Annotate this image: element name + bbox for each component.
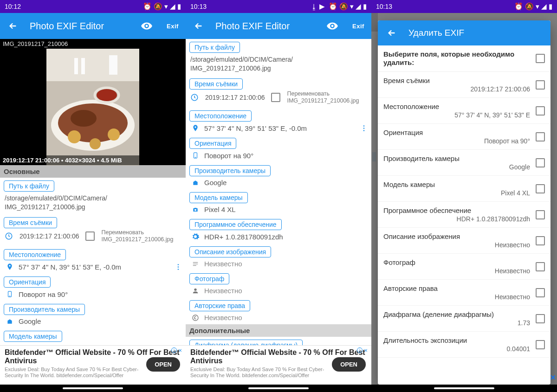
dialog-back-button[interactable] bbox=[382, 24, 401, 42]
exif-delete-row[interactable]: Модель камерыPixel 4 XL bbox=[378, 176, 551, 202]
exif-button[interactable]: Exif bbox=[163, 17, 182, 35]
battery-icon: ▮ bbox=[177, 2, 181, 11]
nav-bar[interactable] bbox=[186, 385, 371, 392]
back-button[interactable] bbox=[189, 17, 208, 35]
exif-delete-row[interactable]: Описание изображенияНеизвестно bbox=[378, 228, 551, 254]
signal-icon: ◢ bbox=[356, 2, 361, 11]
tag-software[interactable]: Программное обеспечение bbox=[189, 219, 282, 230]
exif-list[interactable]: Основные Путь к файлу /storage/emulated/… bbox=[0, 165, 186, 345]
tag-make[interactable]: Производитель камеры bbox=[4, 304, 85, 315]
ad-open-button[interactable]: OPEN bbox=[146, 357, 180, 372]
exif-delete-row[interactable]: ОриентацияПоворот на 90° bbox=[378, 124, 551, 150]
signal-icon: ◢ bbox=[541, 2, 547, 11]
tag-location[interactable]: Местоположение bbox=[4, 249, 66, 260]
select-all-checkbox[interactable] bbox=[536, 54, 545, 63]
svg-rect-11 bbox=[74, 58, 78, 74]
wifi-icon: ▾ bbox=[164, 2, 168, 11]
row-value: Поворот на 90° bbox=[383, 137, 530, 145]
tag-description[interactable]: Описание изображения bbox=[189, 246, 271, 257]
value-make: Google bbox=[19, 317, 182, 325]
ad-close-x[interactable]: ✕ bbox=[550, 373, 556, 382]
exif-list[interactable]: Путь к файлу /storage/emulated/0/DCIM/Ca… bbox=[186, 39, 371, 345]
status-icons: ⏰ 🔕 ▾ ◢ ▮ bbox=[514, 2, 552, 11]
tag-orientation[interactable]: Ориентация bbox=[4, 276, 51, 288]
row-checkbox[interactable] bbox=[536, 340, 545, 349]
back-button[interactable] bbox=[4, 17, 22, 35]
dialog-title: Удалить EXIF bbox=[408, 28, 464, 38]
row-label: Описание изображения bbox=[383, 232, 530, 240]
nav-bar[interactable] bbox=[371, 385, 557, 392]
tag-aperture[interactable]: Диафрагма (деление диафрагмы) bbox=[189, 340, 303, 345]
row-checkbox[interactable] bbox=[536, 106, 545, 116]
location-more-button[interactable]: ⋯ bbox=[175, 263, 183, 270]
value-copyright: Неизвестно bbox=[204, 314, 368, 321]
gear-icon bbox=[191, 232, 200, 241]
dialog-body[interactable]: Выберите поля, которые необходимо удалит… bbox=[378, 45, 551, 385]
status-icons: ⭳ ▶ ⏰ 🔕 ▾ ◢ ▮ bbox=[311, 2, 367, 11]
photo-filename: IMG_20191217_210006 bbox=[0, 39, 186, 49]
rename-hint: Переименовать IMG_20191217_210006.jpg bbox=[101, 229, 173, 244]
select-all-row[interactable]: Выберите поля, которые необходимо удалит… bbox=[378, 45, 551, 72]
row-checkbox[interactable] bbox=[536, 262, 545, 271]
value-file-path: /storage/emulated/0/DCIM/Camera/ IMG_201… bbox=[0, 193, 186, 214]
alarm-icon: ⏰ bbox=[514, 2, 523, 11]
photo-preview[interactable]: IMG_20191217_210006 2019:12:17 21:00:06 … bbox=[0, 39, 186, 165]
tag-capture-time[interactable]: Время съёмки bbox=[4, 217, 57, 228]
row-value: HDR+ 1.0.281780091zdh bbox=[383, 215, 530, 223]
row-value: Google bbox=[383, 163, 530, 171]
row-checkbox[interactable] bbox=[536, 236, 545, 245]
nav-bar[interactable] bbox=[0, 385, 186, 392]
status-bar: 10:12 ⏰ 🔕 ▾ ◢ ▮ bbox=[0, 0, 186, 13]
exif-delete-row[interactable]: Диафрагма (деление диафрагмы)1.73 bbox=[378, 306, 551, 332]
wifi-icon: ▾ bbox=[350, 2, 354, 11]
row-checkbox[interactable] bbox=[536, 210, 545, 219]
exif-delete-row[interactable]: Авторские праваНеизвестно bbox=[378, 280, 551, 306]
make-icon bbox=[6, 318, 14, 325]
section-extra: Дополнительные bbox=[186, 324, 371, 337]
exif-delete-row[interactable]: Программное обеспечениеHDR+ 1.0.28178009… bbox=[378, 202, 551, 228]
exif-button[interactable]: Exif bbox=[349, 17, 368, 35]
svg-point-21 bbox=[193, 315, 198, 321]
row-checkbox[interactable] bbox=[536, 158, 545, 167]
tag-photographer[interactable]: Фотограф bbox=[189, 273, 229, 284]
exif-delete-row[interactable]: Длительность экспозиции0.04001 bbox=[378, 332, 551, 358]
ad-banner[interactable]: i✕ Bitdefender™ Official Website - 70 % … bbox=[186, 345, 371, 385]
tag-copyright[interactable]: Авторские права bbox=[189, 300, 250, 311]
tag-file-path[interactable]: Путь к файлу bbox=[4, 180, 54, 192]
delete-exif-dialog: Удалить EXIF Выберите поля, которые необ… bbox=[378, 20, 551, 385]
tag-orientation[interactable]: Ориентация bbox=[189, 138, 236, 149]
rename-checkbox[interactable] bbox=[85, 231, 95, 241]
rename-checkbox[interactable] bbox=[271, 93, 280, 102]
row-checkbox[interactable] bbox=[536, 314, 545, 323]
ad-info-icon[interactable]: i✕ bbox=[171, 347, 182, 353]
value-orientation: Поворот на 90° bbox=[204, 152, 368, 160]
row-label: Производитель камеры bbox=[383, 154, 530, 162]
exif-delete-row[interactable]: Время съёмки2019:12:17 21:00:06 bbox=[378, 72, 551, 98]
tag-model[interactable]: Модель камеры bbox=[4, 331, 62, 342]
screenshot-1: 10:12 ⏰ 🔕 ▾ ◢ ▮ Photo EXIF Editor Exif I… bbox=[0, 0, 186, 392]
location-more-button[interactable]: ⋯ bbox=[360, 125, 369, 131]
tag-location[interactable]: Местоположение bbox=[189, 110, 252, 122]
ad-open-button[interactable]: OPEN bbox=[332, 357, 366, 372]
row-value: Pixel 4 XL bbox=[383, 189, 530, 197]
visibility-button[interactable] bbox=[323, 17, 342, 35]
exif-delete-row[interactable]: ФотографНеизвестно bbox=[378, 254, 551, 280]
app-bar: Photo EXIF Editor Exif bbox=[186, 13, 371, 39]
visibility-button[interactable] bbox=[137, 17, 156, 35]
tag-make[interactable]: Производитель камеры bbox=[189, 165, 271, 176]
ad-banner[interactable]: i✕ Bitdefender™ Official Website - 70 % … bbox=[0, 345, 186, 385]
exif-delete-row[interactable]: Производитель камерыGoogle bbox=[378, 150, 551, 176]
ad-info-icon[interactable]: i✕ bbox=[357, 347, 368, 353]
row-checkbox[interactable] bbox=[536, 184, 545, 193]
value-make: Google bbox=[204, 179, 368, 186]
tag-model[interactable]: Модель камеры bbox=[189, 192, 248, 203]
row-checkbox[interactable] bbox=[536, 288, 545, 297]
row-checkbox[interactable] bbox=[536, 80, 545, 90]
tag-file-path[interactable]: Путь к файлу bbox=[189, 42, 240, 53]
status-time: 10:13 bbox=[376, 3, 392, 10]
row-checkbox[interactable] bbox=[536, 132, 545, 141]
rename-hint: Переименовать IMG_20191217_210006.jpg bbox=[287, 90, 359, 105]
tag-capture-time[interactable]: Время съёмки bbox=[189, 78, 243, 90]
clock-icon bbox=[5, 232, 13, 240]
exif-delete-row[interactable]: Местоположение57° 37' 4" N, 39° 51' 53" … bbox=[378, 98, 551, 124]
